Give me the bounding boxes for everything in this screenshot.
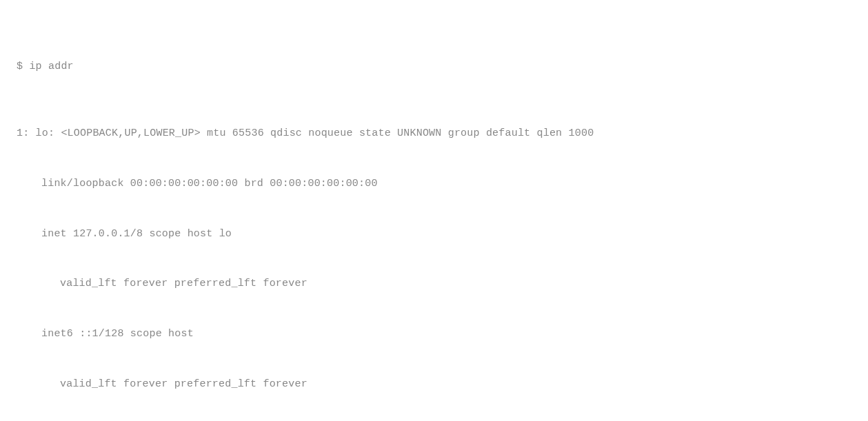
terminal-output: $ ip addr 1: lo: <LOOPBACK,UP,LOWER_UP> … bbox=[17, 25, 851, 421]
prompt-line: $ ip addr bbox=[17, 59, 851, 75]
iface-header-lo: 1: lo: <LOOPBACK,UP,LOWER_UP> mtu 65536 … bbox=[17, 125, 851, 142]
output-line: inet6 ::1/128 scope host bbox=[17, 326, 851, 342]
output-line: valid_lft forever preferred_lft forever bbox=[17, 276, 851, 292]
output-line: inet 127.0.0.1/8 scope host lo bbox=[17, 226, 851, 243]
output-line: valid_lft forever preferred_lft forever bbox=[17, 376, 851, 393]
output-line: link/loopback 00:00:00:00:00:00 brd 00:0… bbox=[17, 176, 851, 192]
